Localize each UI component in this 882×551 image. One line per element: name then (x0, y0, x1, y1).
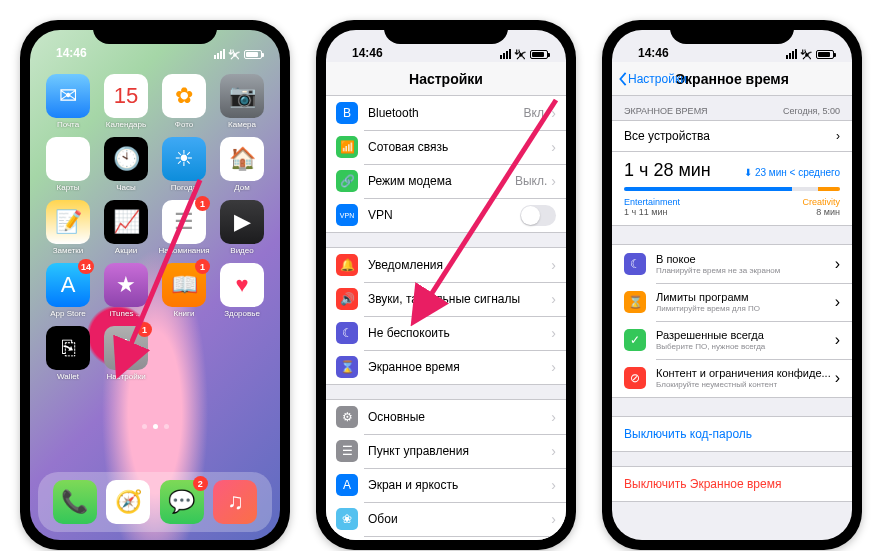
option-title: Лимиты программ (656, 291, 835, 303)
settings-row-VPN[interactable]: VPNVPN (326, 198, 566, 232)
chevron-icon: › (551, 443, 556, 459)
badge: 1 (195, 196, 210, 211)
status-bar: 14:46 ⏧ (30, 30, 280, 62)
row-label: VPN (368, 208, 520, 222)
settings-row-Обои[interactable]: ❀Обои› (326, 502, 566, 536)
row-label: Уведомления (368, 258, 551, 272)
settings-row-Пункт управления[interactable]: ☰Пункт управления› (326, 434, 566, 468)
settings-row-Звуки, тактильные сигналы[interactable]: 🔊Звуки, тактильные сигналы› (326, 282, 566, 316)
badge: 1 (137, 322, 152, 337)
back-button[interactable]: Настройки (618, 72, 687, 86)
option-subtitle: Планируйте время не за экраном (656, 266, 835, 275)
option-Лимиты программ[interactable]: ⌛Лимиты программЛимитируйте время для ПО… (612, 283, 852, 321)
app-label: Акции (100, 246, 152, 255)
disable-screentime-button[interactable]: Выключить Экранное время (612, 467, 852, 501)
row-icon: VPN (336, 204, 358, 226)
app-label: Почта (42, 120, 94, 129)
app-Погода[interactable]: ☀Погода (158, 137, 210, 192)
settings-row-Режим модема[interactable]: 🔗Режим модемаВыкл.› (326, 164, 566, 198)
app-iTunes ...[interactable]: ★iTunes ... (100, 263, 152, 318)
settings-row-Основные[interactable]: ⚙Основные› (326, 400, 566, 434)
badge: 14 (78, 259, 94, 274)
chevron-icon: › (551, 325, 556, 341)
status-bar: 14:46 ⏧ (326, 30, 566, 62)
compare-text: ⬇ 23 мин < среднего (744, 167, 840, 178)
option-title: Разрешенные всегда (656, 329, 835, 341)
app-label: Календарь (100, 120, 152, 129)
option-subtitle: Выберите ПО, нужное всегда (656, 342, 835, 351)
section-header-left: ЭКРАННОЕ ВРЕМЯ (624, 106, 708, 116)
dock-app-Музыка[interactable]: ♫ (213, 480, 257, 524)
app-label: Настройки (100, 372, 152, 381)
settings-row-Сотовая связь[interactable]: 📶Сотовая связь› (326, 130, 566, 164)
option-title: Контент и ограничения конфиде... (656, 367, 835, 379)
status-time: 14:46 (630, 46, 669, 60)
app-Камера[interactable]: 📷Камера (216, 74, 268, 129)
option-В покое[interactable]: ☾В покоеПланируйте время не за экраном› (612, 245, 852, 283)
row-detail: Выкл. (515, 174, 547, 188)
phone-screentime: 14:46 ⏧ Настройки Экранное время ЭКРАННО… (602, 20, 862, 550)
row-icon: 🔔 (336, 254, 358, 276)
settings-row-Экранное время[interactable]: ⌛Экранное время› (326, 350, 566, 384)
row-icon: 📶 (336, 136, 358, 158)
app-Книги[interactable]: 📖1Книги (158, 263, 210, 318)
app-label: Часы (100, 183, 152, 192)
chevron-icon: › (835, 293, 840, 311)
app-Часы[interactable]: 🕙Часы (100, 137, 152, 192)
row-icon: ⌛ (336, 356, 358, 378)
battery-icon (816, 50, 834, 59)
app-Здоровье[interactable]: ♥Здоровье (216, 263, 268, 318)
dock-app-Телефон[interactable]: 📞 (53, 480, 97, 524)
app-Видео[interactable]: ▶Видео (216, 200, 268, 255)
row-icon: A (336, 474, 358, 496)
app-label: Фото (158, 120, 210, 129)
app-label: Книги (158, 309, 210, 318)
app-label: Карты (42, 183, 94, 192)
option-Контент и ограничения конфиде...[interactable]: ⊘Контент и ограничения конфиде...Блокиру… (612, 359, 852, 397)
entertainment-time: 1 ч 11 мин (624, 207, 667, 217)
app-Карты[interactable]: 🗺Карты (42, 137, 94, 192)
battery-icon (244, 50, 262, 59)
settings-row-Не беспокоить[interactable]: ☾Не беспокоить› (326, 316, 566, 350)
option-Разрешенные всегда[interactable]: ✓Разрешенные всегдаВыберите ПО, нужное в… (612, 321, 852, 359)
dock-app-Сообщения[interactable]: 💬2 (160, 480, 204, 524)
settings-row-Bluetooth[interactable]: BBluetoothВкл.› (326, 96, 566, 130)
app-Wallet[interactable]: ⎘Wallet (42, 326, 94, 381)
app-Календарь[interactable]: 15Календарь (100, 74, 152, 129)
all-devices-label[interactable]: Все устройства (624, 129, 836, 143)
app-App Store[interactable]: A14App Store (42, 263, 94, 318)
chevron-icon: › (551, 173, 556, 189)
settings-row-Уведомления[interactable]: 🔔Уведомления› (326, 248, 566, 282)
toggle[interactable] (520, 205, 556, 226)
chevron-icon: › (836, 129, 840, 143)
wifi-icon: ⏧ (515, 48, 526, 60)
app-Фото[interactable]: ✿Фото (158, 74, 210, 129)
chevron-icon: › (551, 291, 556, 307)
app-Напоминания[interactable]: ☰1Напоминания (158, 200, 210, 255)
app-Акции[interactable]: 📈Акции (100, 200, 152, 255)
row-label: Экранное время (368, 360, 551, 374)
row-detail: Вкл. (524, 106, 548, 120)
settings-row-Экран и яркость[interactable]: AЭкран и яркость› (326, 468, 566, 502)
app-Заметки[interactable]: 📝Заметки (42, 200, 94, 255)
row-label: Сотовая связь (368, 140, 551, 154)
chevron-icon: › (551, 511, 556, 527)
disable-passcode-button[interactable]: Выключить код-пароль (612, 417, 852, 451)
app-label: Погода (158, 183, 210, 192)
option-icon: ☾ (624, 253, 646, 275)
phone-home: 14:46 ⏧ ✉Почта15Календарь✿Фото📷Камера🗺Ка… (20, 20, 290, 550)
nav-title: Экранное время (675, 71, 789, 87)
row-icon: B (336, 102, 358, 124)
dock-app-Safari[interactable]: 🧭 (106, 480, 150, 524)
page-dots (30, 424, 280, 429)
app-Почта[interactable]: ✉Почта (42, 74, 94, 129)
settings-row-Siri и Поиск[interactable]: ◯Siri и Поиск› (326, 536, 566, 540)
app-Дом[interactable]: 🏠Дом (216, 137, 268, 192)
row-label: Режим модема (368, 174, 515, 188)
app-Настройки[interactable]: ⚙1Настройки (100, 326, 152, 381)
row-icon: ☾ (336, 322, 358, 344)
chevron-icon: › (551, 257, 556, 273)
status-bar: 14:46 ⏧ (612, 30, 852, 62)
wifi-icon: ⏧ (229, 48, 240, 60)
app-label: Здоровье (216, 309, 268, 318)
